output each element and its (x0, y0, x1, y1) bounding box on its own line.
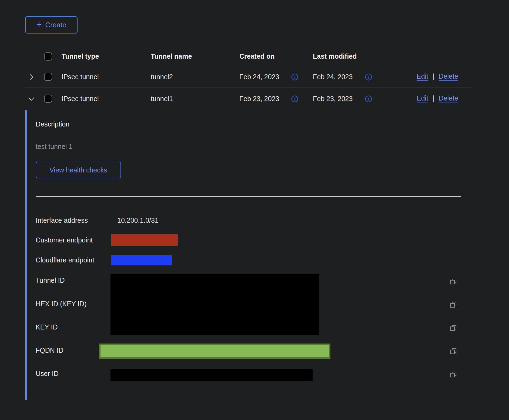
info-icon[interactable]: i (365, 95, 372, 103)
fqdn-id-label: FQDN ID (36, 346, 63, 354)
fqdn-id-redaction (99, 344, 330, 359)
row-checkbox[interactable] (44, 95, 52, 103)
row-tunnel-type: IPsec tunnel (62, 73, 99, 81)
cloudflare-endpoint-redaction (111, 255, 172, 265)
action-separator: | (433, 94, 434, 102)
copy-icon[interactable] (449, 324, 458, 332)
delete-link[interactable]: Delete (439, 72, 458, 80)
row-actions: Edit | Delete (417, 72, 458, 80)
edit-link[interactable]: Edit (417, 72, 428, 80)
row-last-modified: Feb 24, 2023 (313, 73, 353, 81)
info-icon[interactable]: i (291, 73, 299, 81)
header-last-modified: Last modified (313, 52, 357, 60)
row-checkbox[interactable] (44, 73, 52, 81)
delete-link[interactable]: Delete (439, 94, 458, 102)
edit-link[interactable]: Edit (417, 94, 428, 102)
action-separator: | (433, 72, 434, 80)
plus-icon: + (36, 20, 42, 29)
customer-endpoint-redaction (111, 234, 178, 246)
row-last-modified: Feb 23, 2023 (313, 95, 353, 103)
chevron-right-icon[interactable] (28, 73, 35, 81)
svg-text:i: i (294, 96, 296, 102)
copy-icon[interactable] (449, 300, 458, 309)
row-tunnel-name: tunnel2 (151, 73, 173, 81)
view-health-checks-button[interactable]: View health checks (36, 162, 121, 178)
copy-icon[interactable] (449, 277, 458, 286)
copy-icon[interactable] (449, 370, 458, 379)
header-tunnel-type: Tunnel type (62, 52, 99, 60)
info-icon[interactable]: i (291, 95, 299, 103)
chevron-down-icon[interactable] (28, 95, 35, 103)
row-actions: Edit | Delete (417, 94, 458, 102)
row-divider (25, 88, 472, 88)
create-button[interactable]: + Create (25, 16, 78, 34)
tunnels-page: + Create Tunnel type Tunnel name Created… (0, 0, 509, 420)
details-divider (36, 196, 461, 197)
interface-address-value: 10.200.1.0/31 (117, 216, 159, 224)
panel-bottom-divider (25, 400, 472, 400)
select-all-checkbox[interactable] (44, 52, 52, 61)
hex-id-label: HEX ID (KEY ID) (36, 300, 86, 308)
row-created-on: Feb 23, 2023 (239, 95, 279, 103)
ids-redaction-block (110, 274, 319, 335)
create-button-label: Create (45, 21, 66, 29)
cloudflare-endpoint-label: Cloudflare endpoint (36, 256, 94, 264)
row-created-on: Feb 24, 2023 (239, 73, 279, 81)
svg-text:i: i (368, 96, 369, 102)
copy-icon[interactable] (449, 347, 458, 355)
user-id-label: User ID (36, 370, 59, 378)
customer-endpoint-label: Customer endpoint (36, 236, 93, 244)
row-tunnel-type: IPsec tunnel (62, 95, 99, 103)
tunnel-id-label: Tunnel ID (36, 276, 65, 284)
header-divider (25, 65, 472, 65)
expanded-row-accent-bar (25, 110, 27, 400)
svg-text:i: i (368, 75, 369, 80)
svg-text:i: i (294, 75, 296, 80)
key-id-label: KEY ID (36, 323, 58, 331)
description-label: Description (36, 120, 69, 128)
header-created-on: Created on (239, 52, 275, 60)
header-tunnel-name: Tunnel name (151, 52, 192, 60)
row-tunnel-name: tunnel1 (151, 95, 173, 103)
info-icon[interactable]: i (365, 73, 372, 81)
description-value: test tunnel 1 (36, 143, 72, 151)
interface-address-label: Interface address (36, 216, 88, 224)
user-id-redaction (110, 369, 313, 381)
